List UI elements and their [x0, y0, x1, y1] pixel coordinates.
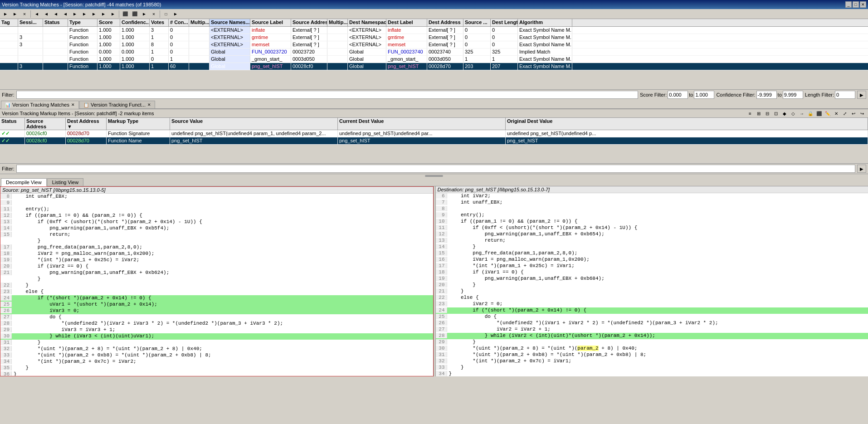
markup-filter-input[interactable]: [16, 165, 856, 173]
score-to-input[interactable]: [694, 91, 714, 99]
markup-col-srcval[interactable]: Source Value: [170, 118, 338, 130]
markup-btn-6[interactable]: ◇: [789, 110, 797, 117]
toolbar-btn-13[interactable]: ⬛: [121, 10, 130, 18]
markup-col-srcaddr[interactable]: Source Address: [25, 118, 66, 130]
markup-col-status[interactable]: Status: [0, 118, 25, 130]
table-row[interactable]: Function 1.000 1.000 3 0 <EXTERNAL> infl…: [0, 27, 868, 34]
markup-btn-8[interactable]: 🔒: [806, 110, 814, 117]
col-header-srcnames[interactable]: Source Names... ▼: [210, 19, 250, 26]
tab-functions-close[interactable]: ✕: [147, 102, 151, 107]
minimize-button[interactable]: _: [845, 1, 852, 8]
cell-tag: [0, 27, 18, 34]
col-header-confidence[interactable]: Confidenc...: [120, 19, 150, 26]
tab-matches[interactable]: 📊 Version Tracking Matches ✕: [1, 101, 79, 109]
col-header-srclabel[interactable]: Source Label: [250, 19, 291, 26]
markup-row[interactable]: ✓✓ 00028cf0 00028d70 Function Name png_s…: [0, 137, 868, 145]
col-header-destlen[interactable]: Dest Length: [491, 19, 518, 26]
toolbar-btn-7[interactable]: ◀: [61, 10, 70, 18]
cell-srcnames: <EXTERNAL>: [210, 34, 250, 41]
markup-filter-apply-button[interactable]: ▶: [857, 165, 866, 173]
markup-btn-14[interactable]: ↪: [858, 110, 866, 117]
table-row[interactable]: 3 Function 1.000 1.000 1 60 Global png_s…: [0, 63, 868, 70]
col-header-votes[interactable]: Votes: [150, 19, 169, 26]
toolbar-btn-14[interactable]: ⬛: [130, 10, 139, 18]
col-header-status[interactable]: Status: [43, 19, 68, 26]
score-from-input[interactable]: [668, 91, 688, 99]
col-header-destlabel[interactable]: Dest Label: [386, 19, 427, 26]
markup-btn-5[interactable]: ◆: [780, 110, 789, 117]
tab-functions[interactable]: 📋 Version Tracking Funct... ✕: [79, 101, 155, 108]
col-header-srcaddr[interactable]: Source Address: [291, 19, 327, 26]
markup-btn-13[interactable]: ↩: [849, 110, 858, 117]
toolbar-btn-5[interactable]: ◀: [42, 10, 51, 18]
cell-session: [18, 56, 43, 63]
close-button[interactable]: ✕: [860, 1, 866, 8]
scroll-handle[interactable]: [425, 175, 443, 177]
markup-col-destaddr[interactable]: Dest Address ▼: [66, 118, 107, 130]
markup-btn-12[interactable]: ⤢: [841, 110, 849, 117]
filter-apply-button[interactable]: ▶: [857, 91, 866, 99]
toolbar-btn-10[interactable]: ▶: [89, 10, 98, 18]
col-header-destns[interactable]: Dest Namespace: [348, 19, 386, 26]
window-controls: _ □ ✕: [845, 1, 866, 8]
toolbar-btn-11[interactable]: ▶: [99, 10, 108, 18]
maximize-button[interactable]: □: [853, 1, 859, 8]
markup-col-marktype[interactable]: Markup Type: [107, 118, 170, 130]
tab-matches-close[interactable]: ✕: [71, 102, 75, 107]
toolbar-btn-15[interactable]: ▶: [140, 10, 149, 18]
markup-btn-10[interactable]: ✏️: [824, 110, 832, 117]
cell-score: 0.000: [98, 49, 120, 55]
table-row[interactable]: Function 0.000 0.000 1 0 Global FUN_0002…: [0, 49, 868, 56]
filter-input[interactable]: [16, 91, 638, 99]
table-row[interactable]: 3 Function 1.000 1.000 1 0 <EXTERNAL> gm…: [0, 34, 868, 41]
code-line: 24 if (*(short *)(param_2 + 0x14) != 0) …: [436, 307, 868, 314]
markup-btn-3[interactable]: ⊟: [763, 110, 771, 117]
col-header-conc[interactable]: # Con...: [169, 19, 189, 26]
tab-listing[interactable]: Listing View: [47, 178, 84, 186]
toolbar-btn-2[interactable]: ▶: [10, 10, 20, 18]
dest-code-content[interactable]: 6 int iVar2; 7 int unaff_EBX; 8 9 entry(…: [436, 193, 868, 376]
toolbar-btn-8[interactable]: ▶: [70, 10, 79, 18]
code-line: 27 iVar2 = iVar2 + 1;: [436, 327, 868, 333]
col-header-multi[interactable]: Multip...: [189, 19, 210, 26]
conf-from-input[interactable]: [756, 91, 777, 99]
markup-btn-2[interactable]: ⊞: [755, 110, 763, 117]
conf-to-input[interactable]: [783, 91, 803, 99]
markup-btn-4[interactable]: ⊡: [772, 110, 780, 117]
col-header-type[interactable]: Type: [68, 19, 98, 26]
col-header-score[interactable]: Score: [98, 19, 120, 26]
markup-row[interactable]: ✓✓ 00026cf0 00028d70 Function Signature …: [0, 130, 868, 137]
col-header-session[interactable]: Sessi...: [18, 19, 43, 26]
markup-btn-7[interactable]: →: [798, 110, 806, 117]
toolbar-btn-18[interactable]: ▶: [171, 10, 180, 18]
markup-btn-1[interactable]: ≡: [746, 110, 754, 117]
toolbar-btn-6[interactable]: ◀: [51, 10, 60, 18]
source-code-content[interactable]: 8 int unaff_EBX; 9 11 entry(); 12 if ((p…: [0, 194, 433, 376]
toolbar-btn-9[interactable]: ▶: [80, 10, 89, 18]
code-line: 8: [436, 206, 868, 212]
markup-btn-9[interactable]: ⬛: [815, 110, 823, 117]
code-line: 19 png_warning(param_1,unaff_EBX + 0xb68…: [436, 276, 868, 282]
code-line: 27 do {: [0, 314, 433, 321]
toolbar-btn-1[interactable]: ▶: [1, 10, 10, 18]
toolbar-btn-4[interactable]: ◀: [32, 10, 41, 18]
markup-col-origdest[interactable]: Original Dest Value: [506, 118, 868, 130]
toolbar-btn-3[interactable]: ✕: [20, 10, 29, 18]
col-header-srclen[interactable]: Source ...: [463, 19, 491, 26]
toolbar-btn-17[interactable]: ☐: [161, 10, 171, 18]
col-header-algo[interactable]: Algorithm: [518, 19, 572, 26]
col-header-destaddr[interactable]: Dest Address: [427, 19, 463, 26]
markup-col-currdest[interactable]: Current Dest Value: [338, 118, 506, 130]
toolbar-btn-16[interactable]: ✕: [149, 10, 158, 18]
code-line: 22 else {: [436, 295, 868, 301]
col-header-multip[interactable]: Multip...: [327, 19, 348, 26]
len-input[interactable]: [835, 91, 855, 99]
toolbar-btn-12[interactable]: ▶: [108, 10, 117, 18]
markup-btn-11[interactable]: ✕: [832, 110, 840, 117]
col-header-tag[interactable]: Tag: [0, 19, 18, 26]
cell-destns: Global: [348, 49, 386, 55]
table-row[interactable]: Function 1.000 1.000 0 1 Global _gmon_st…: [0, 56, 868, 63]
tab-decompile[interactable]: Decompile View: [1, 178, 47, 186]
table-row[interactable]: 3 Function 1.000 1.000 8 0 <EXTERNAL> me…: [0, 41, 868, 49]
markup-cell-marktype: Function Name: [107, 137, 170, 144]
